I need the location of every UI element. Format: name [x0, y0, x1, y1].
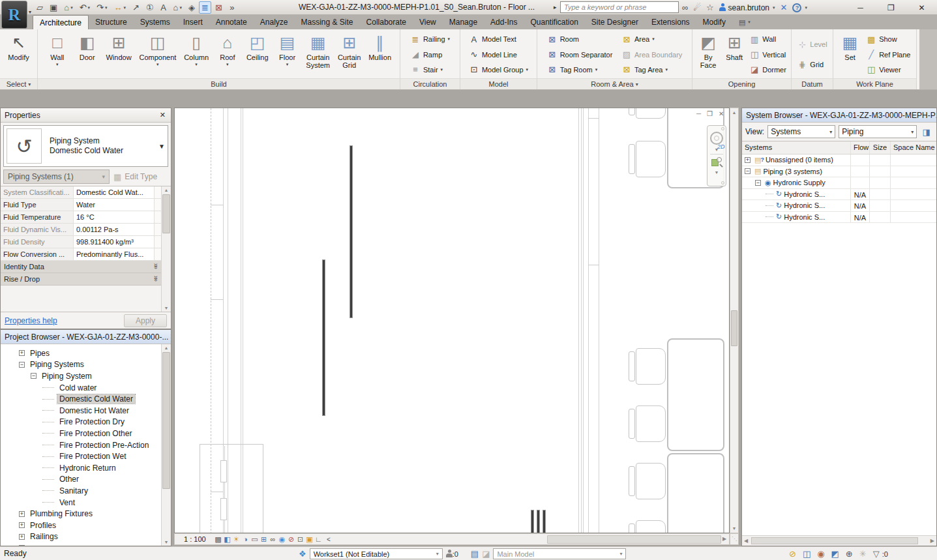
panel-label-work-plane[interactable]: Work Plane	[833, 78, 916, 89]
tree-item-fire-protection-wet[interactable]: Fire Protection Wet	[1, 450, 171, 462]
scrollbar-collapse-icon[interactable]: <	[327, 536, 331, 543]
expand-icon[interactable]: +	[19, 545, 25, 546]
tab-collaborate[interactable]: Collaborate	[360, 15, 413, 29]
user-menu[interactable]: sean.bruton▾	[719, 3, 775, 12]
tree-item-domestic-cold-water[interactable]: Domestic Cold Water	[1, 393, 171, 405]
property-value[interactable]: 0.00112 Pa-s	[74, 224, 155, 235]
active-design-option-select[interactable]: Main Model ▾	[493, 548, 626, 559]
maximize-button[interactable]: ❐	[876, 0, 906, 15]
expand-icon[interactable]: +	[19, 350, 25, 356]
tree-item-fire-protection-dry[interactable]: Fire Protection Dry	[1, 417, 171, 428]
communication-center[interactable]: ☄	[693, 3, 701, 12]
worksets-icon[interactable]: ❖	[299, 549, 306, 559]
column-header-flow[interactable]: Flow	[851, 141, 870, 154]
tab-quantification[interactable]: Quantification	[524, 15, 584, 29]
panel-label-select[interactable]: Select▾	[0, 78, 37, 89]
tab-view[interactable]: View	[413, 15, 443, 29]
model-line-button[interactable]: ∿Model Line	[469, 48, 517, 61]
tab-structure[interactable]: Structure	[89, 15, 134, 29]
panel-label-opening[interactable]: Opening	[692, 78, 791, 89]
scroll-down-icon[interactable]: ▼	[730, 526, 738, 531]
expand-icon[interactable]: +	[19, 511, 25, 517]
window-button[interactable]: ⊞Window	[106, 31, 131, 78]
system-row-piping-3-systems[interactable]: −▤Piping (3 systems)	[742, 166, 936, 178]
displacement-sets-icon[interactable]: ▣	[305, 535, 314, 544]
ramp-button[interactable]: ◢Ramp	[410, 48, 442, 61]
stall-partition[interactable]	[667, 338, 724, 451]
tree-item-piping-system[interactable]: −Piping System	[1, 370, 171, 382]
drag-elements-on-selection-icon[interactable]: ⊕	[846, 549, 853, 559]
model-text-button[interactable]: AModel Text	[469, 33, 516, 46]
project-browser-scrollbar[interactable]: ▲ ▼	[161, 344, 171, 546]
restore-view-icon[interactable]: ❐	[707, 110, 713, 117]
scroll-up-icon[interactable]: ▲	[162, 188, 171, 192]
panel-label-model[interactable]: Model	[460, 78, 537, 89]
scroll-right-icon[interactable]: ▶	[722, 536, 726, 542]
visual-style-icon[interactable]: ◧	[223, 535, 231, 544]
properties-titlebar[interactable]: Properties ✕	[1, 108, 171, 123]
search-input[interactable]	[560, 1, 679, 13]
floor-button[interactable]: ▤Floor▾	[276, 31, 299, 78]
tab-manage[interactable]: Manage	[443, 15, 484, 29]
sync-with-central-icon[interactable]: ⌂▾	[61, 1, 75, 14]
undo-icon[interactable]: ↶▾	[77, 1, 93, 14]
analytical-model-off-icon[interactable]: ⊘	[287, 535, 295, 544]
scroll-thumb[interactable]	[731, 310, 737, 346]
room-button[interactable]: ⊠Room	[547, 33, 579, 46]
view-scale[interactable]: 1 : 100	[184, 535, 214, 543]
aligned-dimension-icon[interactable]: ↗	[130, 1, 142, 14]
active-workset-select[interactable]: Workset1 (Not Editable) ▾	[310, 548, 443, 559]
column-header-size[interactable]: Size	[870, 141, 891, 154]
modify-button[interactable]: ↖Modify	[8, 31, 30, 78]
property-value[interactable]: Domestic Cold Wat...	[74, 186, 155, 198]
project-browser-titlebar[interactable]: Project Browser - WEX-GJA-01-ZZ-M3-0000-…	[1, 330, 171, 344]
scroll-left-icon[interactable]: ◀	[744, 538, 748, 544]
system-row-unassigned-0-items[interactable]: +▤?Unassigned (0 items)	[742, 155, 936, 166]
steering-wheel-icon[interactable]	[710, 132, 723, 145]
shaft-button[interactable]: ⊞Shaft	[723, 31, 745, 78]
text-icon[interactable]: A	[158, 1, 170, 14]
apply-button[interactable]: Apply	[124, 314, 167, 327]
zoom-dropdown-icon[interactable]: ▼	[707, 170, 726, 175]
minimize-view-icon[interactable]: ─	[696, 110, 701, 117]
type-selector-dropdown-icon[interactable]: ▼	[156, 143, 168, 150]
system-row-hydronic-supply[interactable]: −◉Hydronic Supply	[742, 177, 936, 189]
expand-icon[interactable]: +	[19, 534, 25, 540]
tab-site-designer[interactable]: Site Designer	[585, 15, 645, 29]
tree-item-domestic-hot-water[interactable]: Domestic Hot Water	[1, 405, 171, 417]
tab-annotate[interactable]: Annotate	[209, 15, 254, 29]
view-select-mode[interactable]: Systems▾	[767, 125, 835, 138]
stair-button[interactable]: ≡Stair▾	[410, 63, 443, 76]
canvas-vertical-scrollbar[interactable]: ▲ ▼	[730, 108, 739, 533]
tab-systems[interactable]: Systems	[134, 15, 177, 29]
expand-icon[interactable]: +	[19, 522, 25, 528]
pipe-element[interactable]	[322, 259, 325, 416]
minimize-button[interactable]: ─	[845, 0, 876, 15]
view-select-discipline[interactable]: Piping▾	[839, 125, 917, 138]
properties-help-link[interactable]: Properties help	[5, 316, 57, 325]
scroll-thumb[interactable]	[162, 194, 170, 233]
properties-close-icon[interactable]: ✕	[158, 111, 167, 119]
reveal-hidden-elements-icon[interactable]: ◉	[278, 535, 286, 544]
plumbing-fixture[interactable]	[629, 520, 666, 533]
type-selector[interactable]: ↺ Piping System Domestic Cold Water ▼	[3, 125, 168, 167]
area-button[interactable]: ⊠Area▾	[621, 33, 655, 46]
wall-button[interactable]: □Wall▾	[46, 31, 68, 78]
tag-area-button[interactable]: ⊠Tag Area▾	[621, 63, 668, 76]
system-browser-titlebar[interactable]: System Browser - WEX-GJA-01-ZZ-M3-0000-M…	[742, 108, 936, 123]
help[interactable]: ?▾	[792, 3, 807, 12]
close-view-icon[interactable]: ✕	[719, 110, 724, 117]
tab-insert[interactable]: Insert	[177, 15, 209, 29]
property-value[interactable]: 16 °C	[74, 211, 155, 223]
scroll-right-icon[interactable]: ▶	[930, 538, 934, 544]
scroll-down-icon[interactable]: ▼	[162, 540, 171, 544]
save-icon[interactable]: ▣	[47, 1, 60, 14]
scroll-up-icon[interactable]: ▲	[730, 110, 738, 115]
canvas-horizontal-scroll-thumb[interactable]	[547, 535, 721, 544]
tree-item-cold-water[interactable]: Cold water	[1, 382, 171, 394]
thin-lines-icon[interactable]: ≣	[199, 1, 211, 14]
collapse-icon[interactable]: −	[31, 373, 37, 379]
favorites[interactable]: ☆	[706, 3, 714, 12]
plumbing-fixture[interactable]	[629, 463, 666, 499]
pipe-riser-element[interactable]	[531, 510, 534, 533]
